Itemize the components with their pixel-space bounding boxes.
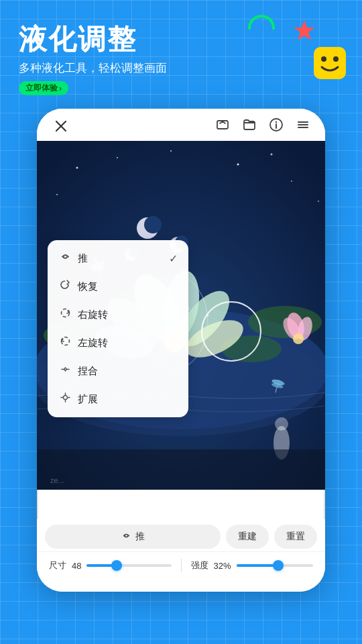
svg-point-42: [144, 216, 162, 233]
page-subtitle: 多种液化工具，轻松调整画面: [19, 60, 343, 76]
svg-point-59: [275, 417, 288, 431]
strength-label: 强度: [191, 559, 208, 572]
rotate-left-icon: [60, 335, 71, 350]
phone-topbar: [37, 109, 325, 141]
svg-point-21: [56, 194, 58, 195]
tool-item-push[interactable]: 推 ✓: [48, 244, 188, 272]
svg-point-15: [117, 157, 118, 158]
strength-slider-thumb[interactable]: [273, 560, 284, 571]
tool-item-rotate-right[interactable]: 右旋转: [48, 301, 188, 329]
size-value: 48: [72, 561, 81, 571]
header-area: 液化调整 多种液化工具，轻松调整画面 立即体验: [0, 0, 362, 102]
folder-icon[interactable]: [242, 117, 257, 136]
tool-item-restore[interactable]: 恢复: [48, 272, 188, 301]
svg-point-39: [207, 315, 209, 317]
bottom-bar: 推 重建 重置 尺寸 48 强度 32%: [37, 519, 325, 592]
header-tag[interactable]: 立即体验: [19, 81, 68, 95]
tool-label-rotate-left: 左旋转: [78, 337, 108, 350]
strength-slider-track[interactable]: [237, 564, 313, 567]
svg-marker-67: [64, 368, 67, 371]
current-tool-selector[interactable]: 推: [45, 525, 221, 549]
strength-slider-group: 强度 32%: [191, 559, 314, 572]
strength-value: 32%: [214, 561, 231, 571]
tool-label-push: 推: [78, 252, 88, 265]
current-tool-label: 推: [135, 531, 145, 543]
svg-point-17: [291, 180, 292, 182]
canvas-area: ze... 推 ✓: [37, 141, 325, 490]
menu-icon[interactable]: [296, 117, 310, 136]
tool-label-rotate-right: 右旋转: [78, 309, 108, 321]
rotate-right-icon: [60, 307, 71, 322]
close-button[interactable]: [52, 117, 70, 136]
svg-text:ze...: ze...: [50, 476, 64, 484]
tool-item-rotate-left[interactable]: 左旋转: [48, 329, 188, 357]
checkmark-icon: ✓: [169, 252, 178, 265]
info-icon[interactable]: [269, 117, 284, 136]
topbar-right: [215, 117, 310, 136]
svg-point-57: [293, 333, 304, 344]
svg-point-20: [318, 201, 319, 202]
page-title: 液化调整: [19, 24, 343, 55]
expand-icon: [60, 392, 71, 407]
svg-rect-60: [37, 449, 325, 490]
tool-selector-row: 推 重建 重置: [37, 519, 325, 552]
tool-label-expand: 扩展: [78, 393, 98, 406]
tool-label-pinch: 捏合: [78, 365, 98, 378]
svg-point-19: [271, 154, 273, 156]
size-label: 尺寸: [49, 559, 66, 572]
current-tool-icon: [121, 531, 131, 543]
sliders-row: 尺寸 48 强度 32%: [37, 552, 325, 572]
rebuild-button[interactable]: 重建: [226, 525, 269, 549]
size-slider-group: 尺寸 48: [49, 559, 172, 572]
tool-label-restore: 恢复: [78, 280, 98, 293]
strength-slider-fill: [237, 564, 279, 567]
layer-icon[interactable]: [215, 117, 230, 136]
push-icon: [60, 251, 71, 266]
size-slider-track[interactable]: [86, 564, 171, 567]
svg-point-18: [170, 150, 172, 152]
tool-item-pinch[interactable]: 捏合: [48, 357, 188, 385]
pinch-icon: [60, 364, 71, 378]
size-slider-thumb[interactable]: [111, 560, 122, 571]
svg-point-9: [276, 121, 277, 122]
svg-point-68: [64, 396, 68, 400]
phone-mockup: ze... 推 ✓: [37, 109, 325, 592]
reset-button[interactable]: 重置: [274, 525, 317, 549]
svg-point-14: [76, 167, 78, 169]
topbar-left: [52, 117, 70, 136]
slider-divider: [181, 559, 182, 572]
restore-icon: [60, 279, 71, 294]
tool-menu-popup: 推 ✓ 恢复 右旋转: [48, 240, 188, 417]
tool-item-expand[interactable]: 扩展: [48, 385, 188, 413]
svg-point-16: [237, 164, 239, 166]
